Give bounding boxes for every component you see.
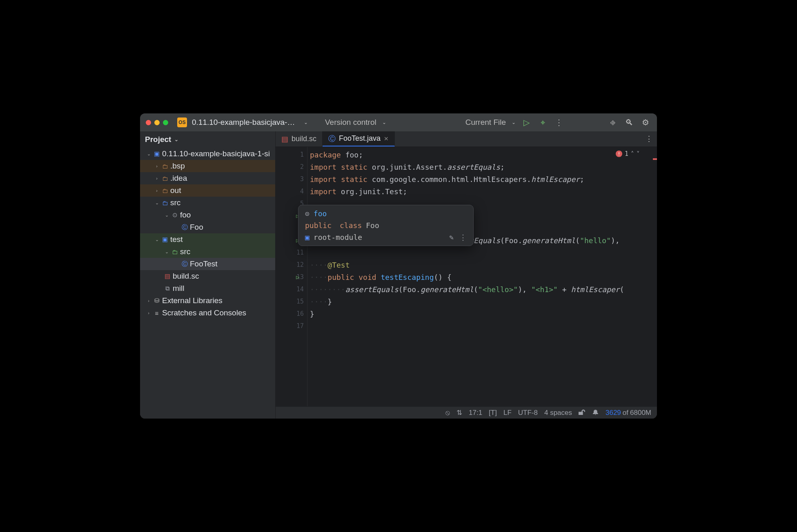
debug-button[interactable]: ⌖	[537, 117, 548, 128]
gutter-line[interactable]: 17	[276, 320, 307, 332]
bug-icon: ⌖	[541, 118, 545, 127]
gutter-line[interactable]: 14	[276, 283, 307, 295]
readonly-toggle[interactable]: 🔓︎	[579, 409, 586, 417]
next-error-button[interactable]: ˅	[637, 150, 640, 157]
tab-buildsc[interactable]: ▤ build.sc	[276, 131, 323, 146]
caret-position[interactable]: 17:1	[469, 409, 482, 417]
gutter-line[interactable]: 12	[276, 259, 307, 271]
project-tree: ⌄ ▣ 0.11.10-example-basicjava-1-si › 🗀 .…	[140, 148, 275, 419]
tab-indicator[interactable]: [T]	[489, 409, 497, 417]
more-button[interactable]: ⋮	[459, 233, 467, 242]
tree-folder-bsp[interactable]: › 🗀 .bsp	[140, 160, 275, 172]
quick-doc-popup[interactable]: ⊙ foo public class Foo ▣ root-module ✎ ⋮	[298, 205, 474, 246]
folder-icon: 🗀	[161, 187, 169, 194]
status-sync-icon[interactable]: ⇅	[456, 408, 462, 417]
ide-body: Project ⌄ ⌄ ▣ 0.11.10-example-basicjava-…	[140, 131, 657, 419]
libraries-icon: ⛁	[153, 297, 160, 304]
project-panel-header[interactable]: Project ⌄	[140, 131, 275, 148]
tree-folder-src[interactable]: ⌄ 🗀 src	[140, 197, 275, 209]
tree-root[interactable]: ⌄ ▣ 0.11.10-example-basicjava-1-si	[140, 148, 275, 160]
tree-class-foo[interactable]: Ⓒ Foo	[140, 221, 275, 233]
editor-tabs: ▤ build.sc Ⓒ FooTest.java ✕ ⋮	[276, 131, 657, 147]
package-link[interactable]: ⊙ foo	[305, 209, 467, 218]
close-window-button[interactable]	[146, 120, 151, 125]
ide-window: OS 0.11.10-example-basicjava-1-si... ⌄ V…	[140, 113, 657, 419]
bell-icon: 🔔︎	[592, 409, 599, 417]
run-gutter-icon[interactable]: ▷	[296, 274, 299, 280]
chevron-down-icon: ⌄	[164, 249, 169, 255]
notifications-button[interactable]: 🔔︎	[592, 409, 599, 417]
window-controls	[146, 120, 168, 125]
maximize-window-button[interactable]	[163, 120, 168, 125]
titlebar: OS 0.11.10-example-basicjava-1-si... ⌄ V…	[140, 113, 657, 131]
chevron-down-icon: ⌄	[512, 120, 516, 125]
tree-scratches[interactable]: › ≡ Scratches and Consoles	[140, 307, 275, 319]
close-tab-button[interactable]: ✕	[384, 135, 389, 142]
class-icon: Ⓒ	[328, 134, 336, 144]
chevron-right-icon: ›	[154, 176, 160, 181]
chevron-down-icon: ⌄	[154, 237, 160, 242]
indent-setting[interactable]: 4 spaces	[544, 409, 572, 417]
more-actions-button[interactable]: ⋮	[553, 117, 565, 128]
error-stripe-marker[interactable]	[653, 158, 657, 160]
edit-button[interactable]: ✎	[449, 233, 454, 242]
gutter-line[interactable]: 15	[276, 295, 307, 308]
chevron-down-icon: ⌄	[154, 200, 160, 206]
tree-folder-test[interactable]: ⌄ ▣ test	[140, 233, 275, 246]
code-with-me-button[interactable]: ⎆	[607, 117, 619, 128]
gutter-line[interactable]: 16	[276, 308, 307, 320]
tree-external-libraries[interactable]: › ⛁ External Libraries	[140, 295, 275, 307]
gutter-line[interactable]: 4	[276, 185, 307, 197]
chevron-down-icon: ⌄	[304, 120, 308, 125]
settings-button[interactable]: ⚙	[640, 117, 651, 128]
minimize-window-button[interactable]	[154, 120, 160, 125]
project-name-dropdown[interactable]: 0.11.10-example-basicjava-1-si...	[192, 118, 298, 127]
vertical-dots-icon: ⋮	[459, 233, 467, 242]
code-editor[interactable]: 1 2 3 4 5 ▷6 7 ▷›8 11 12 ▷13 14 15 16 17	[276, 147, 657, 406]
package-icon: ⊙	[305, 209, 309, 218]
tree-folder-test-src[interactable]: ⌄ 🗀 src	[140, 246, 275, 258]
chevron-right-icon: ›	[146, 298, 151, 303]
gutter-line[interactable]: 2	[276, 161, 307, 173]
run-triangle-icon: ▷	[523, 117, 530, 127]
folder-icon: 🗀	[161, 175, 169, 182]
tab-label: build.sc	[292, 135, 316, 143]
status-connection-icon[interactable]: ⦸	[445, 409, 450, 417]
tree-folder-idea[interactable]: › 🗀 .idea	[140, 172, 275, 184]
person-plus-icon: ⎆	[610, 118, 615, 127]
chevron-right-icon: ›	[146, 310, 151, 315]
tree-class-footest[interactable]: Ⓒ FooTest	[140, 258, 275, 270]
line-separator[interactable]: LF	[503, 409, 512, 417]
tree-folder-out[interactable]: › 🗀 out	[140, 184, 275, 197]
run-config-dropdown[interactable]: Current File	[465, 118, 506, 127]
file-icon: ▤	[164, 273, 171, 280]
editor-gutter: 1 2 3 4 5 ▷6 7 ▷›8 11 12 ▷13 14 15 16 17	[276, 147, 307, 406]
gutter-line[interactable]: 1	[276, 149, 307, 161]
gutter-line[interactable]: ▷13	[276, 271, 307, 283]
tree-package-foo[interactable]: ⌄ ⊙ foo	[140, 209, 275, 221]
gutter-line[interactable]: 11	[276, 246, 307, 259]
test-source-folder-icon: 🗀	[171, 248, 178, 255]
folder-icon: 🗀	[161, 163, 169, 170]
error-icon: !	[616, 151, 622, 157]
file-icon: ▤	[281, 135, 288, 144]
prev-error-button[interactable]: ˄	[631, 150, 634, 157]
chevron-down-icon: ⌄	[146, 151, 151, 157]
inspections-widget[interactable]: ! 1 ˄˅	[616, 150, 640, 157]
tree-file-mill[interactable]: ⧉ mill	[140, 282, 275, 295]
file-encoding[interactable]: UTF-8	[518, 409, 538, 417]
status-bar: ⦸ ⇅ 17:1 [T] LF UTF-8 4 spaces 🔓︎ 🔔︎ 362…	[276, 406, 657, 419]
chevron-right-icon: ›	[154, 188, 160, 193]
vcs-menu[interactable]: Version control	[325, 118, 376, 127]
declaration-signature: public class Foo	[305, 221, 467, 230]
tabs-more-button[interactable]: ⋮	[641, 131, 657, 146]
code-area[interactable]: package foo; import static org.junit.Ass…	[307, 147, 657, 406]
tab-footest[interactable]: Ⓒ FooTest.java ✕	[323, 131, 395, 146]
memory-indicator[interactable]: 3629 of 6800M	[606, 409, 651, 417]
gear-icon: ⚙	[642, 117, 649, 127]
project-panel-title: Project	[145, 135, 171, 144]
gutter-line[interactable]: 3	[276, 173, 307, 185]
search-everywhere-button[interactable]: 🔍︎	[623, 117, 635, 128]
run-button[interactable]: ▷	[521, 117, 532, 128]
tree-file-buildsc[interactable]: ▤ build.sc	[140, 270, 275, 282]
